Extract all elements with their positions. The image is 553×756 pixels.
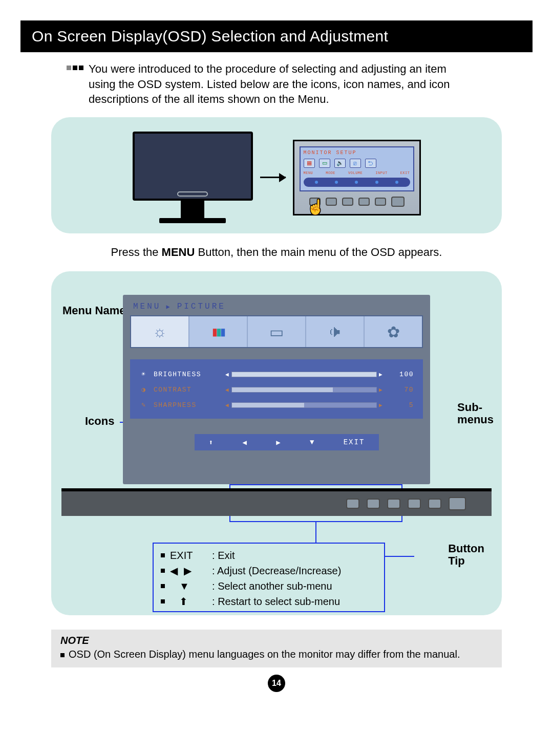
osd-breadcrumb: MENU ▶ PICTURE: [123, 295, 430, 315]
brightness-icon: ☼: [153, 323, 167, 340]
physical-button[interactable]: [408, 499, 421, 509]
note-body: OSD (On Screen Display) menu languages o…: [69, 649, 460, 660]
mini-input-icon: ⎚: [350, 159, 361, 168]
callout-label-icons: Icons: [85, 415, 114, 428]
monitor-bezel: [61, 488, 492, 516]
chevron-right-icon: ▶: [166, 303, 172, 311]
leader-line: [385, 556, 414, 557]
monitor-closeup: MONITOR SETUP ▦ ▭ 🔈 ⎚ ⮌ MENU MODE VOLUME…: [293, 140, 421, 215]
intro-text: You were introduced to the procedure of …: [89, 61, 467, 107]
sharpness-icon: ✎: [139, 401, 148, 409]
right-arrow-icon[interactable]: ▶: [379, 402, 383, 408]
osd-screen: MENU ▶ PICTURE ☼ ▮▮▮ ▭ 🕩 ✿ ☀ BRIGHTNESS …: [123, 295, 430, 484]
page-number: 14: [268, 675, 285, 692]
note-box: NOTE OSD (On Screen Display) menu langua…: [51, 630, 502, 667]
exit-label[interactable]: EXIT: [344, 438, 365, 446]
physical-button[interactable]: [375, 198, 386, 206]
mini-label: EXIT: [400, 171, 410, 175]
left-arrow-icon[interactable]: ◀: [242, 438, 247, 447]
osd-mini: MONITOR SETUP ▦ ▭ 🔈 ⎚ ⮌ MENU MODE VOLUME…: [300, 146, 414, 191]
right-arrow-icon[interactable]: ▶: [276, 438, 281, 447]
osd-row-sharpness[interactable]: ✎ SHARPNESS ◀▶ 5: [137, 397, 416, 413]
panel-osd-detail: Menu Name Icons Sub- menus Button Tip ME…: [51, 271, 502, 615]
osd-row-contrast[interactable]: ◑ CONTRAST ◀▶ 70: [137, 382, 416, 397]
arrow-right-icon: [260, 177, 286, 178]
physical-button[interactable]: [358, 198, 370, 206]
mini-label: MODE: [326, 171, 335, 175]
left-arrow-icon[interactable]: ◀: [225, 371, 229, 378]
page-title: On Screen Display(OSD) Selection and Adj…: [20, 20, 533, 52]
callout-label-submenus: Sub- menus: [457, 401, 494, 426]
brightness-icon: ☀: [139, 370, 148, 378]
panel-monitor-overview: MONITOR SETUP ▦ ▭ 🔈 ⎚ ⮌ MENU MODE VOLUME…: [51, 117, 502, 233]
left-arrow-icon[interactable]: ◀: [225, 386, 229, 393]
right-arrow-icon[interactable]: ▶: [379, 371, 383, 378]
contrast-icon: ◑: [139, 385, 148, 394]
tab-display[interactable]: ▭: [248, 316, 306, 347]
physical-button[interactable]: [428, 499, 441, 509]
mini-label: INPUT: [375, 171, 388, 175]
left-arrow-icon[interactable]: ◀: [225, 402, 229, 408]
button-tips-list: EXIT: Exit ◀ ▶: Adjust (Decrease/Increas…: [161, 548, 341, 609]
tab-color[interactable]: ▮▮▮: [189, 316, 248, 347]
physical-button[interactable]: [387, 499, 400, 509]
intro-bullets: [67, 66, 83, 70]
physical-button[interactable]: [326, 198, 337, 206]
volume-icon: 🕩: [327, 323, 343, 340]
leader-line: [315, 522, 316, 543]
mini-mode-icon: ▭: [319, 159, 330, 168]
caption-menu-button: Press the MENU Button, then the main men…: [20, 246, 533, 259]
callout-label-button-tip: Button Tip: [448, 543, 484, 567]
intro-block: You were introduced to the procedure of …: [67, 61, 533, 107]
note-header: NOTE: [60, 635, 493, 646]
osd-footer: ⬆ ◀ ▶ ▼ EXIT: [195, 434, 379, 450]
tab-others[interactable]: ✿: [365, 316, 422, 347]
mini-label: MENU: [304, 171, 313, 175]
mini-exit-icon: ⮌: [365, 159, 376, 168]
osd-row-brightness[interactable]: ☀ BRIGHTNESS ◀▶ 100: [137, 366, 416, 382]
mini-label: VOLUME: [348, 171, 363, 175]
power-button[interactable]: [391, 197, 405, 207]
gear-icon: ✿: [387, 323, 400, 341]
power-button[interactable]: [449, 497, 466, 510]
right-arrow-icon[interactable]: ▶: [379, 386, 383, 393]
osd-tabs: ☼ ▮▮▮ ▭ 🕩 ✿: [130, 315, 423, 348]
monitor-diagram: [133, 132, 253, 223]
restart-icon[interactable]: ⬆: [209, 438, 214, 447]
physical-button[interactable]: [367, 499, 380, 509]
mini-menu-icon: ▦: [304, 159, 315, 168]
display-icon: ▭: [269, 323, 284, 341]
tab-volume[interactable]: 🕩: [306, 316, 365, 347]
physical-button[interactable]: [309, 198, 321, 206]
physical-button[interactable]: [346, 499, 359, 509]
mini-volume-icon: 🔈: [334, 159, 346, 168]
color-icon: ▮▮▮: [212, 326, 224, 338]
osd-submenu-list: ☀ BRIGHTNESS ◀▶ 100 ◑ CONTRAST ◀▶ 70 ✎ S…: [130, 359, 423, 419]
osd-mini-title: MONITOR SETUP: [304, 150, 410, 156]
down-arrow-icon[interactable]: ▼: [310, 438, 315, 446]
callout-label-menu-name: Menu Name: [62, 304, 125, 317]
tab-picture[interactable]: ☼: [131, 316, 189, 347]
physical-button[interactable]: [342, 198, 353, 206]
